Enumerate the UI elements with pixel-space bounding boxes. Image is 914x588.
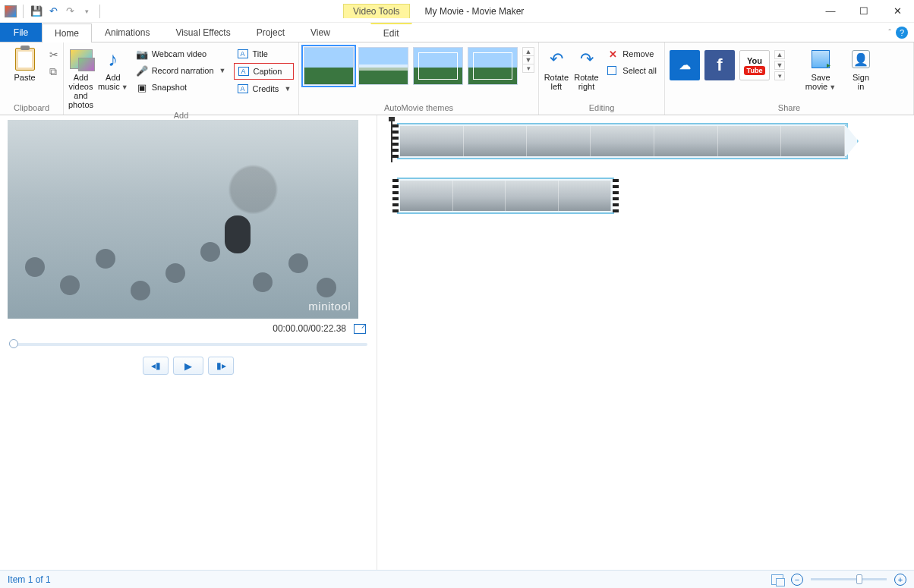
tab-home[interactable]: Home xyxy=(42,24,92,42)
caption-icon: A xyxy=(238,67,249,76)
tab-view[interactable]: View xyxy=(298,23,343,42)
gallery-up-icon[interactable]: ▲ xyxy=(523,48,534,56)
qat-undo-icon[interactable]: ↶ xyxy=(46,5,60,18)
maximize-button[interactable]: ☐ xyxy=(847,1,881,22)
theme-gallery-more: ▲ ▼ ▾ xyxy=(522,47,534,73)
group-share: ☁ f YouTube ▲ ▼ ▾ Save movie▼ 👤 Sign in xyxy=(665,42,914,115)
gallery-down-icon[interactable]: ▼ xyxy=(523,56,534,64)
sign-in-button[interactable]: 👤 Sign in xyxy=(844,44,878,91)
window-title: My Movie - Movie Maker xyxy=(425,6,525,17)
qat-customize-icon[interactable]: ▾ xyxy=(80,5,93,18)
share-youtube-icon[interactable]: YouTube xyxy=(739,50,770,80)
add-videos-photos-button[interactable]: Add videos and photos xyxy=(68,44,93,109)
webcam-video-button[interactable]: 📷Webcam video xyxy=(133,46,229,61)
group-label: Clipboard xyxy=(5,102,58,115)
add-music-label: Add music▼ xyxy=(98,73,128,92)
preview-video[interactable]: minitool xyxy=(8,120,358,319)
group-label: Editing xyxy=(544,102,660,115)
zoom-slider[interactable] xyxy=(811,578,887,580)
collapse-ribbon-icon[interactable]: ˆ xyxy=(888,28,891,37)
window-buttons: — ☐ ✕ xyxy=(814,1,914,22)
rotate-right-button[interactable]: ↷ Rotate right xyxy=(574,44,600,91)
rotate-left-icon: ↶ xyxy=(550,49,563,69)
share-gallery-up-icon[interactable]: ▲ xyxy=(774,50,785,59)
qat-redo-icon[interactable]: ↷ xyxy=(63,5,77,18)
user-icon: 👤 xyxy=(852,50,870,68)
share-gallery-down-icon[interactable]: ▼ xyxy=(774,61,785,70)
tab-file[interactable]: File xyxy=(0,23,42,42)
film-perforation-icon xyxy=(392,179,399,212)
theme-thumb[interactable] xyxy=(413,47,463,85)
theme-thumb[interactable] xyxy=(358,47,408,85)
remove-icon: ✕ xyxy=(607,48,619,60)
thumbnail-size-icon[interactable] xyxy=(771,574,783,585)
timeline-clip[interactable] xyxy=(397,178,614,214)
tab-edit[interactable]: Edit xyxy=(370,23,412,42)
remove-button[interactable]: ✕Remove xyxy=(604,46,660,61)
ribbon-help-area: ˆ ? xyxy=(888,23,914,42)
tab-project[interactable]: Project xyxy=(244,23,298,42)
rotate-left-label: Rotate left xyxy=(544,73,569,91)
qat-save-icon[interactable]: 💾 xyxy=(30,5,43,18)
rotate-left-button[interactable]: ↶ Rotate left xyxy=(544,44,569,91)
paste-button[interactable]: Paste xyxy=(5,44,45,82)
tab-visual-effects[interactable]: Visual Effects xyxy=(162,23,243,42)
timeline-clip[interactable] xyxy=(397,123,848,159)
seek-bar[interactable] xyxy=(9,343,367,346)
app-icon xyxy=(5,5,17,17)
help-icon[interactable]: ? xyxy=(896,27,908,39)
timeline-pane[interactable] xyxy=(377,115,914,570)
watermark-text: minitool xyxy=(308,300,351,313)
film-perforation-icon xyxy=(392,124,399,158)
save-movie-button[interactable]: Save movie▼ xyxy=(802,44,840,92)
record-narration-button[interactable]: 🎤Record narration▼ xyxy=(133,63,229,78)
snapshot-button[interactable]: ▣Snapshot xyxy=(133,80,229,95)
sign-in-label: Sign in xyxy=(853,73,869,91)
minimize-button[interactable]: — xyxy=(814,1,847,22)
paste-label: Paste xyxy=(14,73,35,82)
film-perforation-icon xyxy=(613,179,619,212)
quick-access-toolbar: 💾 ↶ ↷ ▾ xyxy=(0,5,108,18)
playhead[interactable] xyxy=(391,120,392,162)
group-editing: ↶ Rotate left ↷ Rotate right ✕Remove Sel… xyxy=(539,42,665,115)
cut-icon[interactable]: ✂ xyxy=(49,49,58,61)
zoom-knob[interactable] xyxy=(856,574,862,584)
prev-frame-button[interactable]: ◂▮ xyxy=(143,357,169,375)
share-gallery-expand-icon[interactable]: ▾ xyxy=(774,71,785,80)
close-button[interactable]: ✕ xyxy=(881,1,914,22)
select-all-button[interactable]: Select all xyxy=(604,63,660,78)
separator xyxy=(99,5,100,18)
photos-icon xyxy=(70,49,93,69)
ribbon: Paste ✂ ⧉ Clipboard Add videos and photo… xyxy=(0,42,914,115)
fullscreen-icon[interactable] xyxy=(354,324,366,334)
zoom-in-button[interactable]: + xyxy=(894,574,906,586)
share-onedrive-icon[interactable]: ☁ xyxy=(670,50,700,80)
add-music-button[interactable]: ♪ Add music▼ xyxy=(98,44,128,92)
zoom-out-button[interactable]: − xyxy=(791,574,803,586)
title-button[interactable]: ATitle xyxy=(234,46,295,61)
next-frame-button[interactable]: ▮▸ xyxy=(208,357,234,375)
credits-button[interactable]: ACredits▼ xyxy=(234,81,295,96)
tab-animations[interactable]: Animations xyxy=(92,23,162,42)
copy-icon[interactable]: ⧉ xyxy=(49,65,58,78)
play-button[interactable]: ▶ xyxy=(173,357,203,375)
seek-knob[interactable] xyxy=(9,339,18,348)
group-add: Add videos and photos ♪ Add music▼ 📷Webc… xyxy=(64,42,299,115)
theme-thumb[interactable] xyxy=(304,47,354,85)
workspace: minitool 00:00.00/00:22.38 ◂▮ ▶ ▮▸ xyxy=(0,115,914,570)
select-all-icon xyxy=(607,66,616,75)
group-clipboard: Paste ✂ ⧉ Clipboard xyxy=(0,42,64,115)
status-item-count: Item 1 of 1 xyxy=(8,574,51,585)
save-movie-label: Save movie▼ xyxy=(805,73,836,92)
gallery-expand-icon[interactable]: ▾ xyxy=(523,64,534,72)
save-movie-icon xyxy=(812,50,830,68)
webcam-icon: 📷 xyxy=(136,48,148,60)
caption-button[interactable]: ACaption xyxy=(234,63,295,80)
share-facebook-icon[interactable]: f xyxy=(704,50,735,80)
preview-pane: minitool 00:00.00/00:22.38 ◂▮ ▶ ▮▸ xyxy=(0,115,377,570)
group-label: Share xyxy=(670,102,909,115)
theme-thumb[interactable] xyxy=(468,47,518,85)
status-bar: Item 1 of 1 − + xyxy=(0,570,914,588)
separator xyxy=(23,5,24,18)
contextual-tab-header: Video Tools xyxy=(343,4,410,18)
